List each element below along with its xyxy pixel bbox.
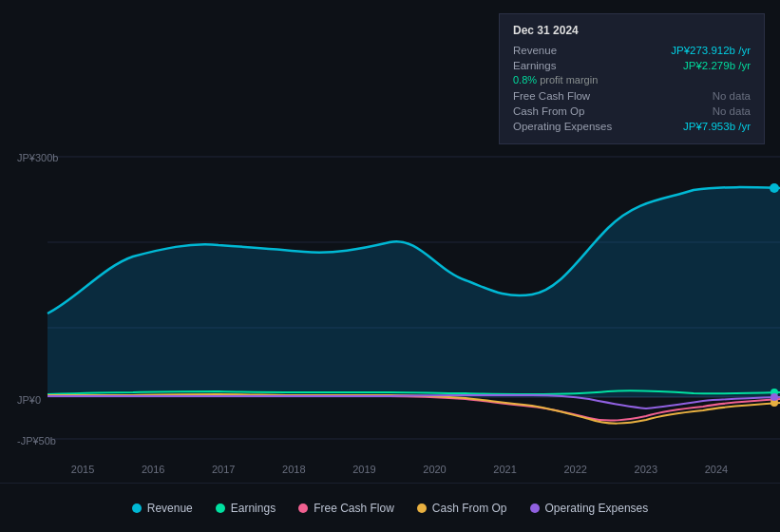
legend-fcf[interactable]: Free Cash Flow [298,502,394,515]
tooltip-earnings-label: Earnings [513,60,556,71]
y-axis-300: JP¥300b [17,152,58,163]
tooltip-cashop-label: Cash From Op [513,105,584,117]
tooltip-revenue-row: Revenue JP¥273.912b /yr [513,43,751,58]
legend-opex-dot [530,504,540,513]
legend-fcf-dot [298,504,308,513]
x-axis: 2015 2016 2017 2018 2019 2020 2021 2022 … [0,464,780,475]
svg-point-10 [770,393,778,401]
legend-cashop[interactable]: Cash From Op [417,502,507,515]
tooltip-date: Dec 31 2024 [513,24,751,37]
legend-revenue[interactable]: Revenue [132,502,193,515]
tooltip-opex-row: Operating Expenses JP¥7.953b /yr [513,119,751,134]
tooltip-fcf-value: No data [713,90,751,102]
x-tick-2024: 2024 [705,464,728,475]
legend-earnings[interactable]: Earnings [216,502,276,515]
tooltip-fcf-label: Free Cash Flow [513,90,590,102]
x-tick-2022: 2022 [563,464,586,475]
tooltip-cashop-row: Cash From Op No data [513,104,751,119]
legend-cashop-label: Cash From Op [432,502,507,515]
legend-earnings-label: Earnings [231,502,276,515]
x-tick-2017: 2017 [212,464,235,475]
tooltip-cashop-value: No data [713,105,751,117]
tooltip-earnings-row: Earnings JP¥2.279b /yr [513,58,751,73]
x-tick-2016: 2016 [142,464,164,475]
x-tick-2021: 2021 [493,464,516,475]
legend-bar: Revenue Earnings Free Cash Flow Cash Fro… [0,483,780,532]
legend-revenue-dot [132,504,142,513]
legend-opex-label: Operating Expenses [545,502,649,515]
tooltip-profit-margin: 0.8% profit margin [513,73,751,88]
tooltip-opex-label: Operating Expenses [513,121,612,132]
legend-revenue-label: Revenue [147,502,193,515]
x-tick-2023: 2023 [635,464,657,475]
tooltip-profit-pct: 0.8% [513,74,537,86]
legend-fcf-label: Free Cash Flow [314,502,394,515]
x-tick-2019: 2019 [352,464,375,475]
x-tick-2015: 2015 [71,464,94,475]
tooltip-fcf-row: Free Cash Flow No data [513,88,751,104]
y-axis-0: JP¥0 [17,394,41,406]
tooltip-opex-value: JP¥7.953b /yr [683,121,751,132]
legend-cashop-dot [417,504,427,513]
tooltip-revenue-label: Revenue [513,45,557,56]
tooltip-box: Dec 31 2024 Revenue JP¥273.912b /yr Earn… [499,13,765,144]
tooltip-earnings-value: JP¥2.279b /yr [683,60,751,71]
legend-earnings-dot [216,504,225,513]
x-tick-2018: 2018 [282,464,305,475]
svg-point-6 [770,183,779,193]
y-axis-neg50: -JP¥50b [17,435,56,446]
legend-opex[interactable]: Operating Expenses [530,502,649,515]
x-tick-2020: 2020 [423,464,446,475]
tooltip-revenue-value: JP¥273.912b /yr [671,45,751,56]
chart-container: Dec 31 2024 Revenue JP¥273.912b /yr Earn… [0,0,780,532]
